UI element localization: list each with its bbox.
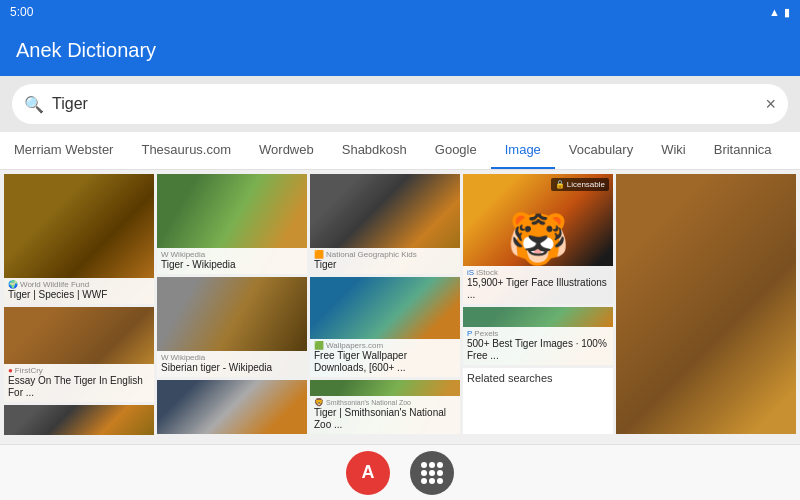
search-bar: 🔍 ×: [0, 76, 800, 132]
image-source-4: iS iStock: [467, 268, 609, 277]
image-source-3: 🟧 National Geographic Kids: [314, 250, 456, 259]
tab-macmillan[interactable]: Macmillan: [786, 132, 800, 169]
image-cell-3[interactable]: 🟧 National Geographic Kids Tiger: [310, 174, 460, 274]
tabs-container: Merriam Webster Thesaurus.com Wordweb Sh…: [0, 132, 800, 170]
search-icon: 🔍: [24, 95, 44, 114]
image-title-1: Tiger | Species | WWF: [8, 289, 150, 301]
image-cell-4[interactable]: 🐯 🔒 Licensable iS iStock 15,900+ Tiger F…: [463, 174, 613, 304]
image-cell-2[interactable]: W Wikipedia Tiger - Wikipedia: [157, 174, 307, 274]
image-source-10: 🦁 Smithsonian's National Zoo: [314, 398, 456, 407]
status-icons: ▲ ▮: [769, 6, 790, 19]
tab-shabdkosh[interactable]: Shabdkosh: [328, 132, 421, 169]
image-title-2: Tiger - Wikipedia: [161, 259, 303, 271]
tab-vocabulary[interactable]: Vocabulary: [555, 132, 647, 169]
tab-image[interactable]: Image: [491, 132, 555, 169]
image-source-7: 🟩 Wallpapers.com: [314, 341, 456, 350]
image-title-10: Tiger | Smithsonian's National Zoo ...: [314, 407, 456, 431]
grid-col-3: 🟧 National Geographic Kids Tiger 🟩 Wallp…: [310, 174, 460, 434]
image-title-3: Tiger: [314, 259, 456, 271]
image-related: Related searches: [463, 368, 613, 434]
grid-col-1: 🌍 World Wildlife Fund Tiger | Species | …: [4, 174, 154, 434]
status-bar: 5:00 ▲ ▮: [0, 0, 800, 24]
bottom-bar: A: [0, 444, 800, 500]
licensable-badge: 🔒 Licensable: [551, 178, 609, 191]
tab-wiki[interactable]: Wiki: [647, 132, 700, 169]
app-header: Anek Dictionary: [0, 24, 800, 76]
image-cell-12[interactable]: [616, 174, 796, 434]
grid-col-2: W Wikipedia Tiger - Wikipedia W Wikipedi…: [157, 174, 307, 434]
image-cell-5[interactable]: ● FirstCry Essay On The Tiger In English…: [4, 307, 154, 402]
tab-thesaurus[interactable]: Thesaurus.com: [127, 132, 245, 169]
grid-col-4: 🐯 🔒 Licensable iS iStock 15,900+ Tiger F…: [463, 174, 613, 434]
search-container: 🔍 ×: [12, 84, 788, 124]
image-title-6: Siberian tiger - Wikipedia: [161, 362, 303, 374]
image-cell-extra2[interactable]: [157, 380, 307, 434]
app-title: Anek Dictionary: [16, 39, 156, 62]
image-source-1: 🌍 World Wildlife Fund: [8, 280, 150, 289]
fab-a-button[interactable]: A: [346, 451, 390, 495]
image-source-2: W Wikipedia: [161, 250, 303, 259]
image-cell-6[interactable]: W Wikipedia Siberian tiger - Wikipedia: [157, 277, 307, 377]
status-time: 5:00: [10, 5, 33, 19]
grid-icon: [421, 462, 443, 484]
image-cell-1[interactable]: 🌍 World Wildlife Fund Tiger | Species | …: [4, 174, 154, 304]
fab-grid-button[interactable]: [410, 451, 454, 495]
image-title-7: Free Tiger Wallpaper Downloads, [600+ ..…: [314, 350, 456, 374]
related-searches-title: Related searches: [467, 372, 609, 384]
tab-wordweb[interactable]: Wordweb: [245, 132, 328, 169]
image-title-11: 500+ Best Tiger Images · 100% Free ...: [467, 338, 609, 362]
image-title-4: 15,900+ Tiger Face Illustrations ...: [467, 277, 609, 301]
image-cell-extra3[interactable]: 🦁 Smithsonian's National Zoo Tiger | Smi…: [310, 380, 460, 434]
tab-merriam[interactable]: Merriam Webster: [0, 132, 127, 169]
clear-icon[interactable]: ×: [765, 94, 776, 115]
search-input[interactable]: [52, 95, 765, 113]
image-grid: 🌍 World Wildlife Fund Tiger | Species | …: [0, 170, 800, 438]
image-cell-extra1[interactable]: [4, 405, 154, 435]
image-source-5: ● FirstCry: [8, 366, 150, 375]
image-source-11: P Pexels: [467, 329, 609, 338]
tab-google[interactable]: Google: [421, 132, 491, 169]
wifi-icon: ▲: [769, 6, 780, 18]
battery-icon: ▮: [784, 6, 790, 19]
tab-britannica[interactable]: Britannica: [700, 132, 786, 169]
image-title-5: Essay On The Tiger In English For ...: [8, 375, 150, 399]
fab-a-label: A: [362, 462, 375, 483]
image-cell-11[interactable]: P Pexels 500+ Best Tiger Images · 100% F…: [463, 307, 613, 365]
grid-col-5: [616, 174, 796, 434]
image-source-6: W Wikipedia: [161, 353, 303, 362]
image-cell-7[interactable]: 🟩 Wallpapers.com Free Tiger Wallpaper Do…: [310, 277, 460, 377]
